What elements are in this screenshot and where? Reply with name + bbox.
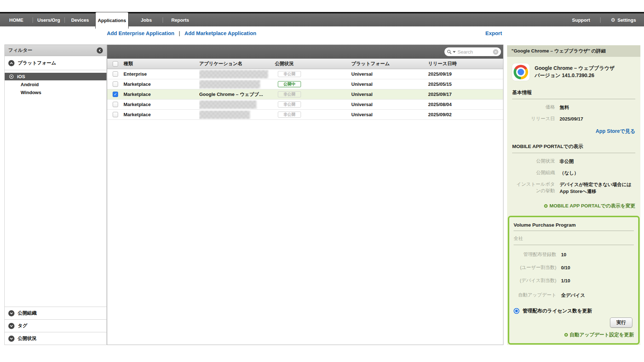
search-scope-caret-icon[interactable] [453,51,456,53]
status-badge: 非公開 [278,101,301,108]
change-portal-display-link[interactable]: MOBILE APP PORTALでの表示を変更 [544,203,635,209]
link-divider: | [179,30,180,36]
sidebar-item-android[interactable]: Android [5,80,106,88]
price-label: 価格 [512,104,555,111]
column-header-name[interactable]: アプリケーション名 [199,60,275,67]
column-header-type[interactable]: 種類 [124,60,199,67]
user-allocation-value: 0/10 [561,264,570,271]
user-allocation-row: (ユーザー割当数) 0/10 [514,264,634,271]
column-header-release[interactable]: リリース日時 [428,60,503,67]
redacted-app-name [199,80,260,89]
row-checkbox-checked[interactable] [113,92,118,97]
app-summary: Google Chrome – ウェブブラウザ バージョン 141.0.7390… [512,63,635,81]
row-checkbox[interactable] [113,112,118,117]
sidebar-item-ios[interactable]: iOS [5,73,106,80]
install-button-behavior-row: インストールボタンの挙動 デバイスが特定できない場合にはApp Storeへ遷移 [512,181,635,195]
nav-right-group: Support ⚙Settings [572,13,644,26]
release-date-value: 2025/09/17 [560,115,583,122]
managed-license-count-row: 管理配布登録数 10 [514,251,634,258]
green-bullet-icon [564,333,568,337]
selected-play-icon [9,74,14,79]
portal-status-label: 公開状況 [512,158,555,165]
tab-applications-active[interactable]: Applications [95,12,129,29]
filter-section-platform[interactable]: プラットフォーム [5,56,106,70]
update-auto-update-settings-link[interactable]: 自動アップデート設定を更新 [564,332,634,338]
sidebar-item-label: Windows [21,90,41,95]
status-badge: 非公開 [278,91,301,97]
divider [514,245,634,245]
gear-icon: ⚙ [611,17,615,23]
device-allocation-label: (デバイス割当数) [514,277,556,284]
chevron-down-circle-icon [8,336,14,342]
search-input[interactable] [457,49,492,55]
filter-section-label: プラットフォーム [18,60,56,66]
filter-section-label: 公開組織 [18,310,37,316]
basic-info-title: 基本情報 [512,89,635,96]
table-row-selected[interactable]: Marketplace Google Chrome – ウェブブ... 非公開 … [107,89,503,100]
view-in-app-store-link[interactable]: App Storeで見る [595,128,635,135]
column-header-platform[interactable]: プラットフォーム [351,60,428,67]
table-row[interactable]: Marketplace 非公開 Universal 2025/09/02 [107,110,503,120]
table-row[interactable]: Marketplace 非公開 Universal 2025/08/04 [107,100,503,110]
filter-section-tags[interactable]: タグ [5,319,106,332]
portal-org-label: 公開組織 [512,169,555,176]
row-checkbox[interactable] [113,71,118,77]
search-box[interactable]: ✕ [444,47,501,56]
user-allocation-label: (ユーザー割当数) [514,264,556,271]
app-title-block: Google Chrome – ウェブブラウザ バージョン 141.0.7390… [535,63,615,79]
nav-item-reports[interactable]: Reports [163,17,197,23]
column-header-status[interactable]: 公開状況 [275,60,351,67]
table-row[interactable]: Marketplace 公開中 Universal 2025/05/15 [107,79,503,89]
add-marketplace-application-link[interactable]: Add Marketplace Application [184,30,256,36]
row-checkbox[interactable] [113,81,118,87]
redacted-app-name [199,100,256,109]
table-toolbar: ✕ [107,45,503,59]
detail-panel-title: "Google Chrome – ウェブブラウザ" の詳細 [507,45,640,57]
filter-header: フィルター [5,45,106,56]
release-date-row: リリース日 2025/09/17 [512,115,635,122]
divider [512,99,635,99]
redacted-app-name [199,110,250,119]
nav-item-jobs[interactable]: Jobs [130,17,163,23]
nav-item-support[interactable]: Support [572,17,590,23]
search-clear-icon[interactable]: ✕ [493,49,498,55]
collapsed-filter-sections: 公開組織 タグ 公開状況 [5,307,106,345]
app-detail-panel: "Google Chrome – ウェブブラウザ" の詳細 Google Chr… [507,45,640,345]
add-enterprise-application-link[interactable]: Add Enterprise Application [107,30,174,36]
nav-item-settings[interactable]: ⚙Settings [611,17,636,23]
redacted-app-name [199,70,268,79]
filter-section-publish-status[interactable]: 公開状況 [5,332,106,345]
nav-item-devices[interactable]: Devices [65,17,95,23]
chevron-down-circle-icon [8,310,14,316]
app-screen: HOME Users/Org Devices Jobs Reports Supp… [0,0,644,362]
install-button-behavior-value: デバイスが特定できない場合にはApp Storeへ遷移 [560,181,635,195]
select-all-checkbox[interactable] [113,61,118,67]
sidebar-item-windows[interactable]: Windows [5,88,106,96]
chrome-app-icon [512,63,530,81]
device-allocation-row: (デバイス割当数) 1/10 [514,277,634,284]
vpp-scope: 全社 [514,235,634,242]
table-row[interactable]: Enterprise 非公開 Universal 2025/09/19 [107,69,503,79]
update-license-radio[interactable] [514,308,519,314]
export-link[interactable]: Export [485,30,502,36]
status-badge: 公開中 [278,81,301,87]
divider [514,231,634,231]
filter-section-label: 公開状況 [18,335,37,342]
portal-status-row: 公開状況 非公開 [512,158,635,165]
page-actions: Add Enterprise Application | Add Marketp… [107,30,503,36]
sidebar-gap [5,70,106,73]
nav-item-home[interactable]: HOME [0,17,33,23]
nav-separator [600,17,601,23]
install-button-behavior-label: インストールボタンの挙動 [512,181,555,195]
sidebar-item-label: iOS [17,74,25,79]
nav-item-users-org[interactable]: Users/Org [33,17,64,23]
chevron-up-circle-icon [8,60,14,66]
portal-section-title: MOBILE APP PORTALでの表示 [512,143,635,150]
filter-section-published-org[interactable]: 公開組織 [5,307,106,319]
green-bullet-icon [544,204,548,208]
sidebar-collapse-button[interactable] [97,47,103,54]
sidebar-item-label: Android [21,82,39,87]
volume-purchase-program-box: Volume Purchase Program 全社 管理配布登録数 10 (ユ… [508,216,640,345]
run-button[interactable]: 実行 [610,317,632,328]
row-checkbox[interactable] [113,102,118,107]
